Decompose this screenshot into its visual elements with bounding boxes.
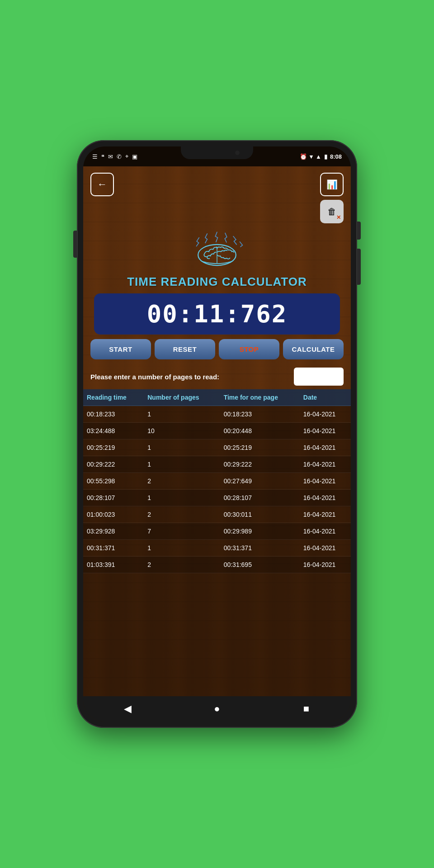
reset-button[interactable]: RESET [155, 339, 215, 359]
power-button [357, 222, 361, 240]
col-header-time-per-page: Time for one page [220, 389, 300, 406]
cell-reading-time: 00:29:222 [83, 456, 144, 473]
pages-label: Please enter a number of pages to read: [90, 373, 289, 381]
cell-time-per-page: 00:31:371 [220, 540, 300, 557]
pages-input-row: Please enter a number of pages to read: [83, 364, 351, 389]
status-icons-right: ⏰ ▾ ▲ ▮ 8:08 [300, 153, 342, 160]
cell-date: 16-04-2021 [300, 557, 351, 573]
app-content: ← 📊 🗑 [83, 166, 351, 696]
cell-pages: 2 [144, 473, 220, 490]
signal-icon: ▲ [316, 153, 321, 160]
cell-time-per-page: 00:20:448 [220, 423, 300, 439]
cell-time-per-page: 00:29:222 [220, 456, 300, 473]
table-row: 00:28:107 1 00:28:107 16-04-2021 [83, 490, 351, 506]
cell-date: 16-04-2021 [300, 473, 351, 490]
cell-reading-time: 00:25:219 [83, 439, 144, 456]
cell-reading-time: 00:31:371 [83, 540, 144, 557]
phone-notch [181, 146, 253, 159]
svg-line-3 [225, 233, 227, 237]
volume-right-button [357, 249, 361, 285]
table-row: 03:24:488 10 00:20:448 16-04-2021 [83, 423, 351, 439]
notification-icon-1: ☰ [92, 153, 98, 160]
battery-icon: ▮ [324, 153, 327, 160]
table-row: 00:29:222 1 00:29:222 16-04-2021 [83, 456, 351, 473]
svg-line-15 [240, 242, 243, 245]
table-row: 03:29:928 7 00:29:989 16-04-2021 [83, 523, 351, 540]
cell-time-per-page: 00:30:011 [220, 506, 300, 523]
cell-pages: 2 [144, 557, 220, 573]
pages-input[interactable] [294, 368, 344, 386]
table-body: 00:18:233 1 00:18:233 16-04-2021 03:24:4… [83, 406, 351, 573]
cell-pages: 10 [144, 423, 220, 439]
cell-reading-time: 03:24:488 [83, 423, 144, 439]
status-icons-left: ☰ ❝ ✉ ✆ ⌖ ▣ [92, 153, 137, 160]
notification-icon-2: ❝ [101, 153, 104, 160]
svg-line-0 [215, 232, 217, 236]
cell-time-per-page: 00:29:989 [220, 523, 300, 540]
top-bar: ← 📊 🗑 [83, 166, 351, 223]
cell-time-per-page: 00:27:649 [220, 473, 300, 490]
notification-icon-5: ⌖ [125, 153, 128, 160]
notification-icon-6: ▣ [132, 153, 137, 160]
nav-recent-button[interactable]: ■ [296, 699, 316, 719]
control-buttons: START RESET STOP CALCULATE [83, 339, 351, 359]
back-button[interactable]: ← [90, 173, 114, 196]
cell-pages: 1 [144, 490, 220, 506]
chart-icon: 📊 [326, 179, 338, 190]
nav-bar: ◀ ● ■ [83, 696, 351, 722]
nav-home-button[interactable]: ● [207, 699, 227, 719]
svg-line-5 [225, 238, 226, 242]
table-row: 00:18:233 1 00:18:233 16-04-2021 [83, 406, 351, 423]
cell-time-per-page: 00:25:219 [220, 439, 300, 456]
svg-line-16 [241, 245, 242, 247]
data-table-container: Reading time Number of pages Time for on… [83, 389, 351, 696]
svg-line-12 [197, 237, 199, 241]
cell-date: 16-04-2021 [300, 423, 351, 439]
cell-time-per-page: 00:31:695 [220, 557, 300, 573]
cell-pages: 1 [144, 439, 220, 456]
svg-line-11 [205, 239, 207, 243]
cell-reading-time: 00:55:298 [83, 473, 144, 490]
cell-date: 16-04-2021 [300, 540, 351, 557]
cell-date: 16-04-2021 [300, 439, 351, 456]
svg-line-9 [205, 234, 207, 238]
cell-date: 16-04-2021 [300, 506, 351, 523]
table-row: 01:03:391 2 00:31:695 16-04-2021 [83, 557, 351, 573]
stop-button[interactable]: STOP [219, 339, 279, 359]
volume-button [73, 231, 77, 258]
svg-line-8 [234, 241, 237, 244]
timer-text: 00:11:762 [103, 300, 331, 328]
cell-pages: 1 [144, 456, 220, 473]
trash-icon: 🗑 [327, 207, 336, 217]
cell-date: 16-04-2021 [300, 406, 351, 423]
calculate-button[interactable]: CALCULATE [283, 339, 344, 359]
alarm-icon: ⏰ [300, 153, 307, 160]
cell-reading-time: 00:18:233 [83, 406, 144, 423]
front-camera [235, 151, 240, 155]
notification-icon-4: ✆ [117, 153, 122, 160]
start-button[interactable]: START [90, 339, 151, 359]
chart-button[interactable]: 📊 [320, 173, 344, 196]
col-header-date: Date [300, 389, 351, 406]
cell-pages: 1 [144, 406, 220, 423]
col-header-reading-time: Reading time [83, 389, 144, 406]
table-row: 00:25:219 1 00:25:219 16-04-2021 [83, 439, 351, 456]
cell-date: 16-04-2021 [300, 490, 351, 506]
table-row: 00:55:298 2 00:27:649 16-04-2021 [83, 473, 351, 490]
col-header-pages: Number of pages [144, 389, 220, 406]
cell-pages: 2 [144, 506, 220, 523]
table-row: 01:00:023 2 00:30:011 16-04-2021 [83, 506, 351, 523]
cell-reading-time: 01:00:023 [83, 506, 144, 523]
cell-date: 16-04-2021 [300, 456, 351, 473]
cell-time-per-page: 00:18:233 [220, 406, 300, 423]
cell-time-per-page: 00:28:107 [220, 490, 300, 506]
brain-logo-container [176, 223, 258, 273]
cell-pages: 7 [144, 523, 220, 540]
svg-line-14 [197, 243, 199, 246]
top-right-buttons: 📊 🗑 [320, 173, 344, 223]
clock-time: 8:08 [330, 153, 342, 160]
trash-button[interactable]: 🗑 [320, 200, 344, 223]
cell-reading-time: 00:28:107 [83, 490, 144, 506]
nav-back-button[interactable]: ◀ [118, 699, 138, 719]
table-row: 00:31:371 1 00:31:371 16-04-2021 [83, 540, 351, 557]
